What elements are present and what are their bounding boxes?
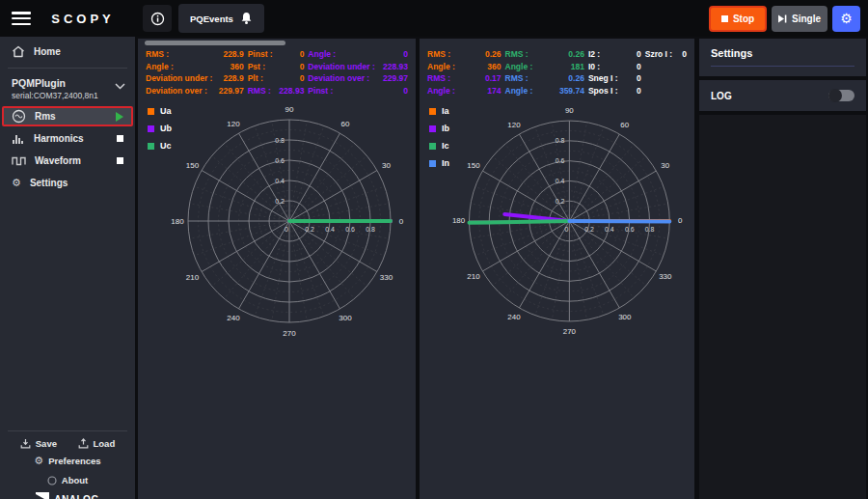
single-icon xyxy=(778,14,787,23)
waveform-stop-indicator[interactable] xyxy=(117,157,123,164)
sidebar-item-waveform[interactable]: Waveform xyxy=(2,151,133,171)
svg-text:0.4: 0.4 xyxy=(325,226,335,233)
svg-text:300: 300 xyxy=(618,313,632,321)
sidebar-item-harmonics-label: Harmonics xyxy=(34,133,84,144)
stats-column: RMS :0.26Angle :360RMS :0.17Angle :174 xyxy=(427,48,502,97)
harmonics-icon xyxy=(12,132,25,145)
sidebar-item-home[interactable]: Home xyxy=(0,39,135,65)
settings-rail: Settings LOG xyxy=(697,37,868,499)
menu-icon[interactable] xyxy=(12,12,31,25)
svg-text:0: 0 xyxy=(678,216,683,225)
sidebar-item-harmonics[interactable]: Harmonics xyxy=(2,128,133,149)
tab-pqevents[interactable]: PQEvents xyxy=(178,4,264,33)
stat-i2: I2 :0 xyxy=(588,48,641,61)
harmonics-stop-indicator[interactable] xyxy=(117,135,123,142)
scopy-app: SCOPY PQEvents Stop Single xyxy=(0,0,868,499)
svg-text:0.2: 0.2 xyxy=(584,226,594,233)
settings-card: Settings xyxy=(699,39,866,76)
current-polar-chart: 03060901201501802102402703003300.20.40.6… xyxy=(420,98,694,346)
stat-angle: Angle :174 xyxy=(427,85,502,97)
svg-text:60: 60 xyxy=(341,120,350,128)
stat-angle: Angle :181 xyxy=(505,61,584,73)
svg-text:150: 150 xyxy=(186,161,200,170)
svg-text:0: 0 xyxy=(285,226,288,233)
legend-swatch xyxy=(429,125,436,132)
single-button[interactable]: Single xyxy=(772,6,827,32)
stat-angle: Angle :360 xyxy=(146,61,244,73)
svg-text:180: 180 xyxy=(452,216,466,225)
settings-empty-area xyxy=(699,115,866,499)
topbar-left: SCOPY xyxy=(0,0,135,37)
chevron-down-icon[interactable] xyxy=(115,83,125,90)
legend-item-ic: Ic xyxy=(429,141,449,151)
stat-plt: Plt :0 xyxy=(248,72,305,85)
stop-button-label: Stop xyxy=(733,14,754,24)
adi-triangle-icon xyxy=(36,492,49,499)
preferences-button[interactable]: ⚙ Preferences xyxy=(0,451,135,471)
sidebar-divider xyxy=(8,68,127,69)
svg-text:0.8: 0.8 xyxy=(275,137,285,144)
about-button[interactable]: About xyxy=(0,471,135,489)
info-button[interactable] xyxy=(143,5,172,32)
legend-swatch xyxy=(429,160,436,167)
legend-swatch xyxy=(148,125,154,132)
save-icon xyxy=(20,438,31,449)
svg-text:270: 270 xyxy=(563,327,577,336)
stat-angle: Angle :360 xyxy=(427,61,502,73)
gear-icon: ⚙ xyxy=(12,177,21,189)
sidebar-item-settings[interactable]: ⚙ Settings xyxy=(2,173,133,193)
stat-rms: RMS :0.26 xyxy=(505,72,584,85)
legend-swatch xyxy=(148,108,154,115)
sidebar-footer-divider xyxy=(8,430,127,431)
save-button[interactable]: Save xyxy=(20,438,57,449)
stop-icon xyxy=(117,135,123,142)
svg-text:210: 210 xyxy=(186,273,200,282)
waveform-icon xyxy=(12,155,26,167)
legend-item-ia: Ia xyxy=(429,106,449,116)
rms-run-indicator[interactable] xyxy=(116,112,123,122)
info-icon xyxy=(47,476,57,485)
legend-item-in: In xyxy=(429,158,449,168)
left-sidebar: Home PQMPlugin serial:COM37,2400,8n1 Rms… xyxy=(0,37,135,499)
svg-text:0: 0 xyxy=(564,226,568,233)
svg-text:0: 0 xyxy=(399,217,404,226)
log-card: LOG xyxy=(699,80,866,111)
sidebar-item-home-label: Home xyxy=(34,46,61,57)
stat-rms: RMS :228.93 xyxy=(248,85,305,97)
stat-deviation-under: Deviation under :228.93 xyxy=(308,61,408,73)
svg-text:240: 240 xyxy=(227,314,240,322)
info-icon xyxy=(150,12,165,26)
stat-pinst: Pinst :0 xyxy=(308,85,408,97)
svg-text:0.8: 0.8 xyxy=(645,226,655,233)
log-label: LOG xyxy=(711,91,732,101)
stat-szro-i: Szro I :0 xyxy=(645,48,687,61)
svg-text:0.6: 0.6 xyxy=(275,157,285,164)
svg-text:0.6: 0.6 xyxy=(345,226,355,233)
stop-button[interactable]: Stop xyxy=(709,6,767,32)
load-button[interactable]: Load xyxy=(78,438,116,449)
stats-column: I2 :0I0 :0Sneg I :0Spos I :0 xyxy=(588,48,641,97)
svg-text:270: 270 xyxy=(283,329,296,338)
about-label: About xyxy=(62,475,88,485)
stat-pst: Pst :0 xyxy=(248,61,305,73)
svg-text:240: 240 xyxy=(507,313,521,321)
svg-text:0.4: 0.4 xyxy=(275,178,285,184)
svg-text:330: 330 xyxy=(380,273,393,282)
sidebar-item-rms[interactable]: Rms xyxy=(2,106,133,126)
general-settings-button[interactable]: ⚙ xyxy=(832,6,860,32)
gear-icon: ⚙ xyxy=(34,455,43,467)
voltage-phasors-svg: 03060901201501802102402703003300.20.40.6… xyxy=(138,98,416,346)
log-toggle[interactable] xyxy=(828,90,854,101)
svg-text:180: 180 xyxy=(171,217,184,226)
stat-deviation-over: Deviation over :229.97 xyxy=(308,72,408,85)
gear-icon: ⚙ xyxy=(840,11,853,26)
voltage-panel: RMS :228.9Angle :360Deviation under :228… xyxy=(138,39,416,499)
svg-text:0.6: 0.6 xyxy=(556,157,565,164)
legend-swatch xyxy=(429,143,436,150)
plugin-header[interactable]: PQMPlugin serial:COM37,2400,8n1 xyxy=(0,71,135,105)
stats-column: Pinst :0Pst :0Plt :0RMS :228.93 xyxy=(248,48,305,97)
topbar-controls: Stop Single ⚙ xyxy=(709,6,860,32)
stats-horizontal-scrollbar[interactable] xyxy=(145,41,285,45)
legend-item-uc: Uc xyxy=(148,141,172,151)
load-icon xyxy=(78,438,89,449)
